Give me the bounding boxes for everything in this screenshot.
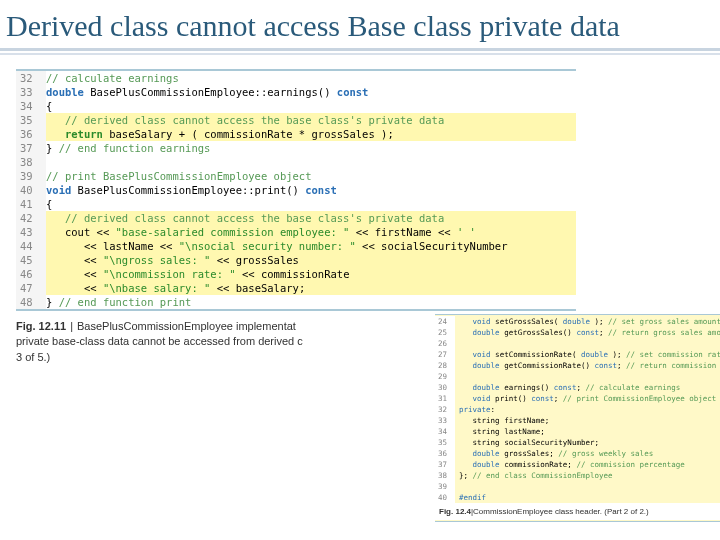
- code-content: double BasePlusCommissionEmployee::earni…: [46, 85, 576, 99]
- line-number: 26: [435, 338, 455, 349]
- code-content: [455, 338, 720, 349]
- line-number: 29: [435, 371, 455, 382]
- figure-label: Fig. 12.11: [16, 320, 66, 332]
- code-line: 46 << "\ncommission rate: " << commissio…: [16, 267, 576, 281]
- code-content: double getCommissionRate() const; // ret…: [455, 360, 720, 371]
- code-line: 24 void setGrossSales( double ); // set …: [435, 316, 720, 327]
- code-content: << "\nbase salary: " << baseSalary;: [46, 281, 576, 295]
- code-content: // derived class cannot access the base …: [46, 113, 576, 127]
- code-line: 34{: [16, 99, 576, 113]
- code-line: 38: [16, 155, 576, 169]
- code-line: 30 double earnings() const; // calculate…: [435, 382, 720, 393]
- caption-line-a: BasePlusCommissionEmployee implementat: [77, 320, 296, 332]
- code-line: 27 void setCommissionRate( double ); // …: [435, 349, 720, 360]
- code-line: 34 string lastName;: [435, 426, 720, 437]
- inset-figure-caption: Fig. 12.4|CommissionEmployee class heade…: [435, 503, 720, 520]
- line-number: 37: [435, 459, 455, 470]
- line-number: 44: [16, 239, 46, 253]
- code-line: 35 // derived class cannot access the ba…: [16, 113, 576, 127]
- code-line: 33 string firstName;: [435, 415, 720, 426]
- line-number: 38: [16, 155, 46, 169]
- code-content: double getGrossSales() const; // return …: [455, 327, 720, 338]
- code-content: [455, 481, 720, 492]
- code-content: [46, 155, 576, 169]
- line-number: 32: [435, 404, 455, 415]
- code-content: << "\ncommission rate: " << commissionRa…: [46, 267, 576, 281]
- code-content: void setCommissionRate( double ); // set…: [455, 349, 720, 360]
- line-number: 42: [16, 211, 46, 225]
- line-number: 33: [435, 415, 455, 426]
- code-line: 40void BasePlusCommissionEmployee::print…: [16, 183, 576, 197]
- line-number: 35: [435, 437, 455, 448]
- line-number: 41: [16, 197, 46, 211]
- code-content: private:: [455, 404, 720, 415]
- line-number: 37: [16, 141, 46, 155]
- code-line: 28 double getCommissionRate() const; // …: [435, 360, 720, 371]
- code-content: cout << "base-salaried commission employ…: [46, 225, 576, 239]
- code-content: // print BasePlusCommissionEmployee obje…: [46, 169, 576, 183]
- code-content: #endif: [455, 492, 720, 503]
- code-content: [455, 371, 720, 382]
- line-number: 47: [16, 281, 46, 295]
- code-content: // calculate earnings: [46, 71, 576, 85]
- code-content: string firstName;: [455, 415, 720, 426]
- code-content: void print() const; // print CommissionE…: [455, 393, 720, 404]
- code-content: double grossSales; // gross weekly sales: [455, 448, 720, 459]
- code-content: {: [46, 99, 576, 113]
- code-line: 35 string socialSecurityNumber;: [435, 437, 720, 448]
- code-content: }; // end class CommissionEmployee: [455, 470, 720, 481]
- title-underline: [0, 53, 720, 55]
- line-number: 39: [435, 481, 455, 492]
- line-number: 35: [16, 113, 46, 127]
- line-number: 34: [16, 99, 46, 113]
- code-line: 32private:: [435, 404, 720, 415]
- line-number: 24: [435, 316, 455, 327]
- inset-code-panel: 24 void setGrossSales( double ); // set …: [435, 314, 720, 522]
- slide-title: Derived class cannot access Base class p…: [0, 0, 720, 51]
- code-line: 39: [435, 481, 720, 492]
- code-content: void setGrossSales( double ); // set gro…: [455, 316, 720, 327]
- code-line: 32// calculate earnings: [16, 71, 576, 85]
- code-content: } // end function earnings: [46, 141, 576, 155]
- code-line: 43 cout << "base-salaried commission emp…: [16, 225, 576, 239]
- line-number: 36: [16, 127, 46, 141]
- code-line: 26: [435, 338, 720, 349]
- code-line: 48} // end function print: [16, 295, 576, 309]
- code-line: 45 << "\ngross sales: " << grossSales: [16, 253, 576, 267]
- code-content: double earnings() const; // calculate ea…: [455, 382, 720, 393]
- caption-line-c: 3 of 5.): [16, 351, 50, 363]
- line-number: 48: [16, 295, 46, 309]
- code-content: } // end function print: [46, 295, 576, 309]
- code-line: 36 double grossSales; // gross weekly sa…: [435, 448, 720, 459]
- code-line: 41{: [16, 197, 576, 211]
- code-line: 25 double getGrossSales() const; // retu…: [435, 327, 720, 338]
- code-content: string lastName;: [455, 426, 720, 437]
- line-number: 40: [435, 492, 455, 503]
- line-number: 33: [16, 85, 46, 99]
- code-line: 37 double commissionRate; // commission …: [435, 459, 720, 470]
- line-number: 38: [435, 470, 455, 481]
- code-line: 38}; // end class CommissionEmployee: [435, 470, 720, 481]
- code-line: 31 void print() const; // print Commissi…: [435, 393, 720, 404]
- main-figure-caption: Fig. 12.11|BasePlusCommissionEmployee im…: [16, 319, 436, 365]
- caption-line-b: private base-class data cannot be access…: [16, 335, 303, 347]
- code-line: 42 // derived class cannot access the ba…: [16, 211, 576, 225]
- code-line: 40#endif: [435, 492, 720, 503]
- line-number: 40: [16, 183, 46, 197]
- code-line: 33double BasePlusCommissionEmployee::ear…: [16, 85, 576, 99]
- code-content: void BasePlusCommissionEmployee::print()…: [46, 183, 576, 197]
- code-content: {: [46, 197, 576, 211]
- code-line: 39// print BasePlusCommissionEmployee ob…: [16, 169, 576, 183]
- code-content: // derived class cannot access the base …: [46, 211, 576, 225]
- code-line: 47 << "\nbase salary: " << baseSalary;: [16, 281, 576, 295]
- code-content: << "\ngross sales: " << grossSales: [46, 253, 576, 267]
- code-line: 37} // end function earnings: [16, 141, 576, 155]
- code-line: 44 << lastName << "\nsocial security num…: [16, 239, 576, 253]
- line-number: 36: [435, 448, 455, 459]
- line-number: 28: [435, 360, 455, 371]
- line-number: 43: [16, 225, 46, 239]
- line-number: 31: [435, 393, 455, 404]
- inset-code-listing: 24 void setGrossSales( double ); // set …: [435, 316, 720, 503]
- code-content: double commissionRate; // commission per…: [455, 459, 720, 470]
- line-number: 34: [435, 426, 455, 437]
